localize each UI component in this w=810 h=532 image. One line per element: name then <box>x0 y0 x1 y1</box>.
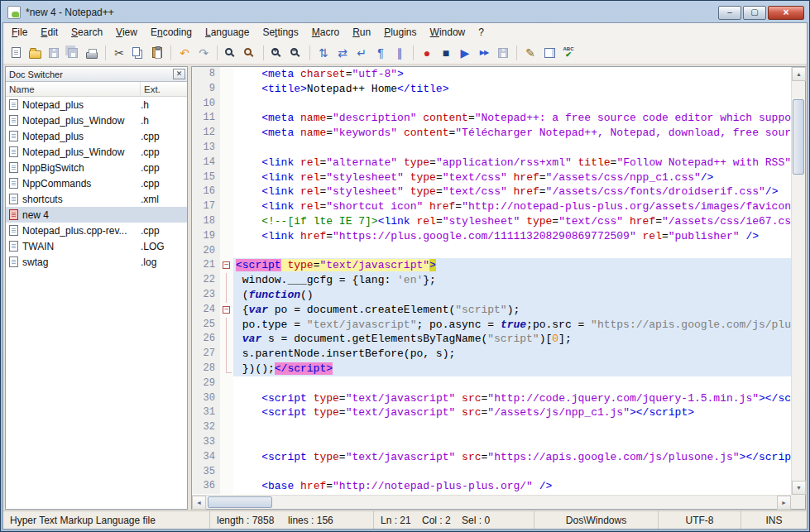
code-text[interactable]: var s = document.getElementsByTagName("s… <box>233 332 791 347</box>
code-text[interactable]: <link rel="stylesheet" type="text/css" h… <box>233 170 791 185</box>
fold-marker[interactable]: − <box>220 303 233 318</box>
save-macro-icon[interactable] <box>494 44 512 62</box>
code-line[interactable]: 25 po.type = "text/javascript"; po.async… <box>192 318 791 333</box>
code-text[interactable]: <link rel="shortcut icon" href="http://n… <box>233 199 791 214</box>
code-line[interactable]: 19 <link href="https://plus.google.com/1… <box>192 229 791 244</box>
doc-switcher-close-icon[interactable]: ✕ <box>173 69 185 79</box>
code-line[interactable]: 27 s.parentNode.insertBefore(po, s); <box>192 347 791 362</box>
doc-switcher-item[interactable]: NppBigSwitch.cpp <box>6 160 187 175</box>
code-text[interactable] <box>233 141 791 156</box>
doc-switcher-item[interactable]: NppCommands.cpp <box>6 175 187 191</box>
menu-item-run[interactable]: Run <box>346 24 377 41</box>
code-line[interactable]: 29 <box>192 376 791 391</box>
save-icon[interactable] <box>45 44 63 62</box>
code-line[interactable]: 22 window.___gcfg = {lang: 'en'}; <box>192 273 791 288</box>
menu-item-encoding[interactable]: Encoding <box>144 24 199 41</box>
record-macro-icon[interactable]: ● <box>418 44 436 62</box>
doc-switcher-item[interactable]: Notepad_plus.cpp-rev....cpp <box>6 223 187 238</box>
scroll-up-arrow-icon[interactable]: ▲ <box>792 67 806 81</box>
doc-switcher-item[interactable]: Notepad_plus_Window.cpp <box>6 144 187 160</box>
code-line[interactable]: 15 <link rel="stylesheet" type="text/css… <box>192 170 791 185</box>
code-line[interactable]: 18 <!--[if lte IE 7]><link rel="styleshe… <box>192 214 791 229</box>
redo-icon[interactable]: ↷ <box>194 44 213 62</box>
code-text[interactable]: <script type="text/javascript" src="http… <box>233 391 791 406</box>
horizontal-scroll-track[interactable] <box>206 496 777 509</box>
show-all-chars-icon[interactable]: ¶ <box>371 44 390 62</box>
replace-icon[interactable] <box>241 44 259 62</box>
code-text[interactable]: po.type = "text/javascript"; po.async = … <box>233 318 791 333</box>
horizontal-scroll-thumb[interactable] <box>208 496 272 508</box>
code-text[interactable]: <!--[if lte IE 7]><link rel="stylesheet"… <box>233 214 791 229</box>
code-text[interactable]: <meta name="keywords" content="Télécharg… <box>233 126 791 141</box>
scroll-left-arrow-icon[interactable]: ◄ <box>192 496 206 510</box>
horizontal-scrollbar[interactable]: ◄ ► <box>192 495 791 509</box>
doc-map-icon[interactable] <box>540 44 558 62</box>
code-text[interactable]: <script type="text/javascript" src="/ass… <box>233 405 791 420</box>
menu-item-search[interactable]: Search <box>65 24 109 41</box>
stop-macro-icon[interactable]: ■ <box>437 44 455 62</box>
doc-switcher-item[interactable]: shortcuts.xml <box>6 191 187 207</box>
code-line[interactable]: 36 <base href="http://notepad-plus-plus.… <box>192 479 791 494</box>
code-line[interactable]: 8 <meta charset="utf-8"> <box>192 67 791 82</box>
code-text[interactable]: <link href="https://plus.google.com/1111… <box>233 229 791 244</box>
indent-guide-icon[interactable]: ∥ <box>391 44 409 62</box>
code-view[interactable]: 8 <meta charset="utf-8">9 <title>Notepad… <box>192 67 791 495</box>
code-text[interactable]: <title>Notepad++ Home</title> <box>233 82 791 97</box>
scroll-down-arrow-icon[interactable]: ▼ <box>792 481 806 495</box>
code-line[interactable]: 12 <meta name="keywords" content="Téléch… <box>192 126 791 141</box>
status-eol-format[interactable]: Dos\Windows <box>534 511 659 529</box>
code-text[interactable] <box>233 465 791 480</box>
column-header-name[interactable]: Name <box>6 82 141 96</box>
vertical-scroll-track[interactable] <box>792 81 805 481</box>
zoom-in-icon[interactable] <box>268 44 286 62</box>
code-line[interactable]: 10 <box>192 97 791 112</box>
code-text[interactable]: <link rel="alternate" type="application/… <box>233 156 791 170</box>
doc-switcher-item[interactable]: new 4 <box>6 207 187 223</box>
status-encoding[interactable]: UTF-8 <box>659 511 741 529</box>
code-line[interactable]: 21−<script type="text/javascript"> <box>192 258 791 273</box>
paste-icon[interactable] <box>148 44 166 62</box>
code-text[interactable]: <link rel="stylesheet" type="text/css" h… <box>233 185 791 199</box>
spell-check-icon[interactable]: ABC✔ <box>559 44 578 62</box>
code-line[interactable]: 30 <script type="text/javascript" src="h… <box>192 391 791 406</box>
sync-scroll-h-icon[interactable]: ⇄ <box>333 44 352 62</box>
menu-item-view[interactable]: View <box>109 24 144 41</box>
code-line[interactable]: 32 <box>192 420 791 435</box>
menu-item-edit[interactable]: Edit <box>34 24 65 41</box>
code-line[interactable]: 23 (function() <box>192 288 791 303</box>
minimize-button[interactable]: – <box>718 6 741 20</box>
code-text[interactable] <box>233 376 791 391</box>
menu-item-plugins[interactable]: Plugins <box>377 24 423 41</box>
code-text[interactable]: window.___gcfg = {lang: 'en'}; <box>233 273 791 288</box>
scroll-right-arrow-icon[interactable]: ► <box>777 496 791 510</box>
new-file-icon[interactable] <box>7 44 25 62</box>
code-text[interactable]: {var po = document.createElement("script… <box>233 303 791 318</box>
save-all-icon[interactable] <box>64 44 82 62</box>
code-line[interactable]: 16 <link rel="stylesheet" type="text/css… <box>192 185 791 199</box>
code-line[interactable]: 11 <meta name="description" content="Not… <box>192 111 791 126</box>
code-text[interactable] <box>233 244 791 259</box>
find-icon[interactable] <box>222 44 240 62</box>
doc-switcher-item[interactable]: swtag.log <box>6 254 187 270</box>
code-text[interactable]: (function() <box>233 288 791 303</box>
fold-marker[interactable]: − <box>220 258 233 273</box>
close-button[interactable]: × <box>768 6 804 20</box>
copy-icon[interactable] <box>129 44 147 62</box>
zoom-out-icon[interactable] <box>287 44 305 62</box>
vertical-scroll-thumb[interactable] <box>793 99 804 175</box>
code-line[interactable]: 26 var s = document.getElementsByTagName… <box>192 332 791 347</box>
title-bar[interactable]: *new 4 - Notepad++ – ▢ × <box>2 2 808 22</box>
play-macro-icon[interactable]: ▶ <box>456 44 474 62</box>
code-text[interactable]: <meta name="description" content="Notepa… <box>233 111 791 126</box>
open-folder-icon[interactable] <box>26 44 44 62</box>
code-line[interactable]: 28 })();</script> <box>192 362 791 376</box>
vertical-scrollbar[interactable]: ▲ ▼ <box>791 67 805 495</box>
column-header-ext[interactable]: Ext. <box>141 82 187 96</box>
undo-icon[interactable]: ↶ <box>175 44 194 62</box>
code-text[interactable]: <script type="text/javascript" src="http… <box>233 450 791 465</box>
code-line[interactable]: 35 <box>192 465 791 480</box>
code-text[interactable] <box>233 97 791 112</box>
doc-switcher-item[interactable]: Notepad_plus.h <box>6 97 187 113</box>
code-line[interactable]: 31 <script type="text/javascript" src="/… <box>192 405 791 420</box>
doc-switcher-item[interactable]: Notepad_plus_Window.h <box>6 113 187 128</box>
